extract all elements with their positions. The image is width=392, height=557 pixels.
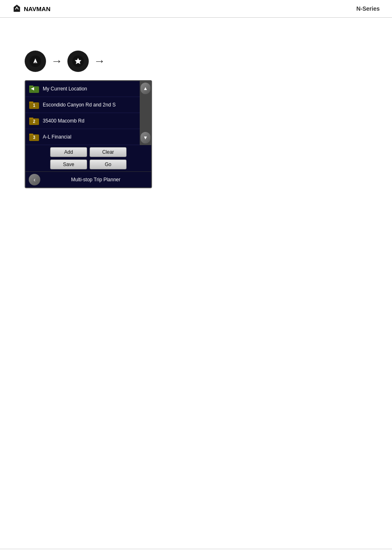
buttons-row-1: Add Clear [25, 145, 151, 158]
list-item[interactable]: 2 35400 Macomb Rd [25, 113, 140, 129]
logo-text: NAVMAN [24, 5, 51, 12]
main-content: → → [0, 18, 392, 201]
navman-logo-icon [12, 4, 21, 13]
scrollbar: ▲ ▼ [140, 81, 151, 145]
back-button[interactable]: ‹ [29, 174, 40, 185]
svg-text:1: 1 [33, 103, 35, 108]
arrow-icon-1: → [51, 55, 62, 68]
folder-1-icon: 1 [29, 99, 39, 110]
svg-text:2: 2 [33, 119, 35, 124]
svg-text:3: 3 [33, 135, 35, 140]
device-screen: My Current Location 1 Escondido Canyon R… [25, 80, 152, 188]
item-label-3: A-L Financial [43, 134, 71, 140]
list-item[interactable]: My Current Location [25, 81, 140, 97]
series-label: N-Series [356, 5, 380, 12]
arrow-icon-2: → [94, 55, 105, 68]
navigation-icon [25, 51, 46, 72]
device-bottom-bar: ‹ Multi-stop Trip Planner [25, 171, 151, 187]
nav-symbol-icon [29, 55, 42, 67]
numbered-folder-2-icon: 2 [29, 117, 39, 125]
numbered-folder-1-icon: 1 [29, 101, 39, 109]
scroll-up-button[interactable]: ▲ [141, 83, 150, 94]
item-label-0: My Current Location [43, 86, 87, 92]
green-folder-icon [29, 85, 39, 93]
folder-3-icon: 3 [29, 132, 39, 142]
back-icon: ‹ [34, 176, 36, 183]
list-area: My Current Location 1 Escondido Canyon R… [25, 81, 151, 145]
list-item[interactable]: 1 Escondido Canyon Rd and 2nd S [25, 97, 140, 113]
item-label-2: 35400 Macomb Rd [43, 118, 84, 124]
page-header: NAVMAN N-Series [0, 0, 392, 18]
item-label-1: Escondido Canyon Rd and 2nd S [43, 102, 115, 108]
buttons-row-2: Save Go [25, 158, 151, 171]
numbered-folder-3-icon: 3 [29, 133, 39, 141]
list-item[interactable]: 3 A-L Financial [25, 129, 140, 145]
go-button[interactable]: Go [90, 159, 127, 169]
clear-button[interactable]: Clear [90, 147, 127, 157]
star-symbol-icon [72, 55, 84, 67]
svg-rect-4 [29, 86, 33, 87]
folder-2-icon: 2 [29, 116, 39, 126]
navman-logo: NAVMAN [12, 4, 51, 13]
add-button[interactable]: Add [50, 147, 87, 157]
page-footer [0, 549, 392, 557]
icon-row: → → [25, 51, 380, 72]
scroll-down-button[interactable]: ▼ [141, 132, 150, 143]
current-location-icon [29, 83, 39, 94]
save-button[interactable]: Save [50, 159, 87, 169]
screen-title: Multi-stop Trip Planner [44, 177, 148, 183]
trip-list: My Current Location 1 Escondido Canyon R… [25, 81, 140, 145]
favorites-icon [67, 51, 89, 72]
